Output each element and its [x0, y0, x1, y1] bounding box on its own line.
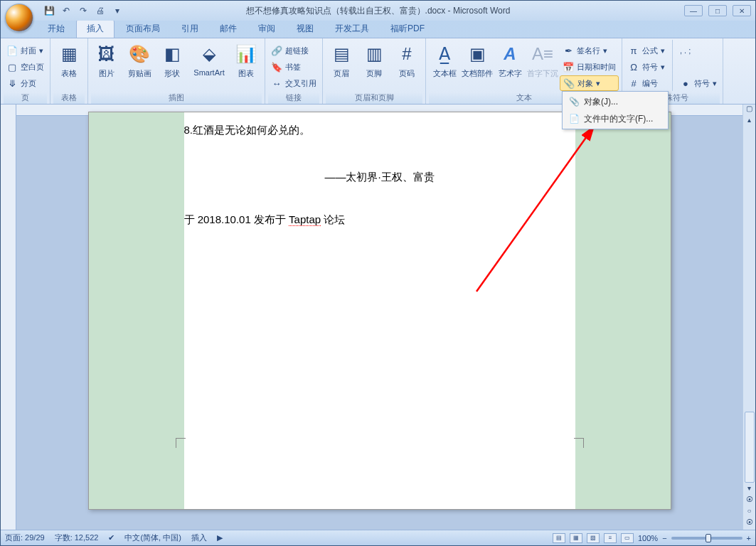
printer-icon: 🖨	[96, 6, 105, 16]
view-fullscreen[interactable]: ▦	[570, 533, 582, 543]
browse-prev[interactable]: ⦿	[743, 496, 755, 507]
redo-icon: ↷	[80, 6, 87, 16]
tab-developer[interactable]: 开发工具	[325, 20, 379, 38]
tab-mail[interactable]: 邮件	[210, 20, 247, 38]
pagenum-button[interactable]: #页码	[391, 40, 422, 91]
tab-layout[interactable]: 页面布局	[116, 20, 170, 38]
document-area: 8.红酒是无论如何必兑的。 ——太初界·王权、富贵 于 2018.10.01 发…	[1, 105, 755, 530]
text-line: 于 2018.10.01 发布于 Taptap 论坛	[184, 209, 575, 230]
wordart-icon: A	[499, 43, 521, 65]
vertical-ruler[interactable]	[1, 105, 16, 530]
picture-button[interactable]: 🖼图片	[91, 40, 122, 91]
quickparts-button[interactable]: ▣文档部件	[462, 40, 493, 91]
zoom-level[interactable]: 100%	[638, 534, 658, 542]
word-window: 💾 ↶ ↷ 🖨 ▾ 想不想修真攻略知识点（转载出自王权、富贵）.docx - M…	[0, 0, 756, 546]
print-button[interactable]: 🖨	[93, 4, 107, 18]
number-icon: #	[628, 77, 639, 89]
view-outline[interactable]: ≡	[604, 533, 617, 543]
status-language[interactable]: 中文(简体, 中国)	[124, 532, 181, 543]
signature-icon: ✒	[563, 45, 574, 56]
status-words[interactable]: 字数: 12,522	[55, 532, 99, 543]
scroll-thumb[interactable]	[745, 412, 755, 483]
view-web[interactable]: ▧	[587, 533, 600, 543]
break-icon: ⤋	[6, 77, 18, 89]
tab-references[interactable]: 引用	[171, 20, 208, 38]
tab-view[interactable]: 视图	[287, 20, 324, 38]
menu-object[interactable]: 📎对象(J)...	[564, 93, 666, 110]
zoom-in[interactable]: +	[747, 534, 751, 542]
group-label: 链接	[268, 92, 319, 104]
smartart-button[interactable]: ⬙SmartArt	[189, 40, 229, 91]
group-label: 表格	[53, 92, 85, 104]
zoom-handle[interactable]	[706, 534, 711, 542]
zoom-slider[interactable]	[671, 537, 742, 540]
chart-button[interactable]: 📊图表	[230, 40, 262, 91]
browse-next[interactable]: ⦿	[743, 518, 755, 530]
punct-button[interactable]: , . ;	[677, 43, 720, 58]
margin-mark	[571, 438, 584, 451]
document-body[interactable]: 8.红酒是无论如何必兑的。 ——太初界·王权、富贵 于 2018.10.01 发…	[184, 112, 575, 509]
tab-review[interactable]: 审阅	[248, 20, 285, 38]
ruler-toggle[interactable]: ▢	[743, 105, 755, 116]
vertical-scrollbar[interactable]: ▢ ▴ ▾ ⦿ ○ ⦿	[742, 105, 755, 530]
signature-button[interactable]: ✒签名行 ▾	[560, 43, 619, 58]
status-macro-icon[interactable]: ▶	[217, 533, 223, 542]
clipart-button[interactable]: 🎨剪贴画	[124, 40, 155, 91]
tab-home[interactable]: 开始	[38, 20, 75, 38]
group-pages: 📄封面 ▾ ▢空白页 ⤋分页 页	[1, 38, 50, 104]
status-page[interactable]: 页面: 29/29	[5, 532, 45, 543]
symbol2-button[interactable]: ●符号 ▾	[677, 75, 720, 91]
dropcap-button[interactable]: A≡首字下沉	[527, 40, 558, 91]
close-button[interactable]: ✕	[733, 5, 751, 16]
object-dropdown: 📎对象(J)... 📄文件中的文字(F)...	[562, 91, 669, 129]
status-mode[interactable]: 插入	[191, 532, 207, 543]
equation-button[interactable]: π公式 ▾	[625, 43, 668, 58]
document-viewport[interactable]: 8.红酒是无论如何必兑的。 ——太初界·王权、富贵 于 2018.10.01 发…	[16, 105, 742, 530]
view-print[interactable]: ▤	[553, 533, 565, 543]
redo-button[interactable]: ↷	[76, 4, 90, 18]
view-draft[interactable]: ▭	[621, 533, 634, 543]
number-button[interactable]: #编号	[625, 75, 668, 91]
office-button[interactable]	[5, 4, 33, 32]
picture-icon: 🖼	[95, 43, 118, 65]
blank-page-button[interactable]: ▢空白页	[4, 59, 47, 75]
status-proofing-icon[interactable]: ✔	[108, 533, 115, 542]
undo-button[interactable]: ↶	[59, 4, 73, 18]
pagenum-icon: #	[395, 43, 418, 65]
page-break-button[interactable]: ⤋分页	[4, 75, 47, 91]
qat-more[interactable]: ▾	[110, 4, 124, 18]
window-controls: — □ ✕	[684, 5, 751, 16]
browse-select[interactable]: ○	[743, 507, 755, 518]
object-button[interactable]: 📎对象 ▾	[560, 75, 619, 91]
tab-insert[interactable]: 插入	[76, 19, 115, 38]
cover-page-button[interactable]: 📄封面 ▾	[4, 43, 47, 58]
maximize-button[interactable]: □	[708, 5, 727, 16]
datetime-button[interactable]: 📅日期和时间	[560, 59, 619, 75]
hyperlink-button[interactable]: 🔗超链接	[268, 43, 319, 58]
footer-button[interactable]: ▥页脚	[358, 40, 390, 91]
parts-icon: ▣	[466, 43, 489, 65]
minimize-button[interactable]: —	[684, 5, 703, 16]
textbox-button[interactable]: A̲文本框	[429, 40, 460, 91]
menu-text-from-file[interactable]: 📄文件中的文字(F)...	[564, 110, 666, 127]
scroll-down[interactable]: ▾	[743, 484, 755, 496]
tab-foxit[interactable]: 福昕PDF	[380, 20, 435, 38]
shapes-button[interactable]: ◧形状	[156, 40, 188, 91]
symbol-button[interactable]: Ω符号 ▾	[625, 59, 668, 75]
link-icon: 🔗	[271, 45, 282, 56]
symbol2-icon: ●	[680, 77, 691, 89]
crossref-button[interactable]: ↔交叉引用	[268, 75, 319, 91]
group-label: 插图	[91, 92, 262, 104]
group-label: 页眉和页脚	[326, 92, 422, 104]
table-button[interactable]: ▦表格	[53, 40, 85, 91]
zoom-out[interactable]: −	[662, 534, 666, 542]
symbol-icon: Ω	[628, 61, 639, 73]
group-links: 🔗超链接 🔖书签 ↔交叉引用 链接	[265, 38, 323, 104]
scroll-up[interactable]: ▴	[743, 116, 755, 127]
group-headerfooter: ▤页眉 ▥页脚 #页码 页眉和页脚	[323, 38, 426, 104]
save-button[interactable]: 💾	[42, 4, 56, 18]
bookmark-button[interactable]: 🔖书签	[268, 59, 319, 75]
header-button[interactable]: ▤页眉	[326, 40, 357, 91]
wordart-button[interactable]: A艺术字	[494, 40, 526, 91]
datetime-icon: 📅	[563, 61, 574, 73]
